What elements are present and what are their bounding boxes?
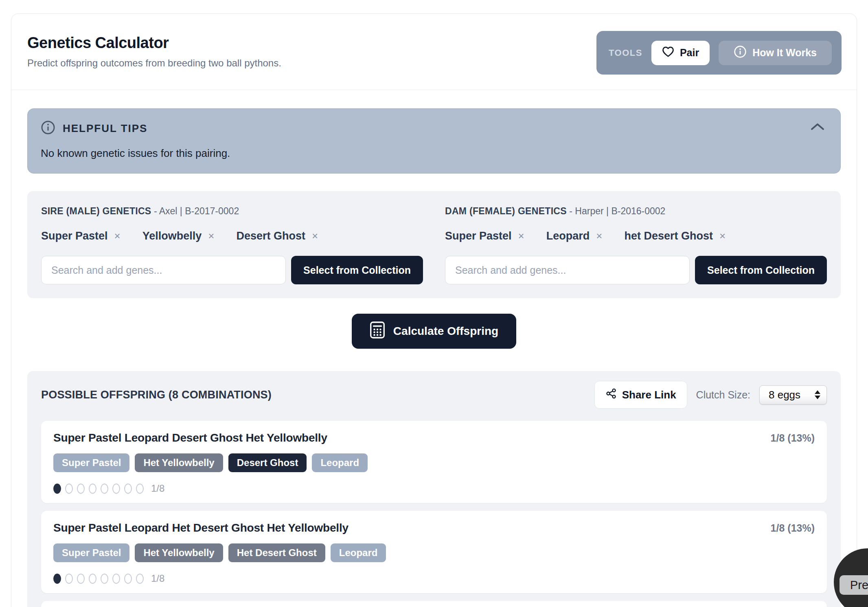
gene-tag-label: Desert Ghost xyxy=(237,230,306,242)
clutch-dot-empty xyxy=(65,574,73,584)
gene-tag: Super Pastel× xyxy=(41,230,121,242)
remove-gene-icon[interactable]: × xyxy=(312,231,318,241)
offspring-card: Super Pastel Leopard Desert Ghost Het Ye… xyxy=(41,421,827,503)
how-it-works-label: How It Works xyxy=(752,47,817,59)
trait-chip: Het Desert Ghost xyxy=(228,543,325,562)
card-body: HELPFUL TIPS No known genetic issues for… xyxy=(11,108,857,607)
clutch-fraction: 1/8 xyxy=(151,573,164,584)
trait-chip: Super Pastel xyxy=(53,543,129,562)
clutch-dot-filled xyxy=(53,484,61,494)
gene-tag: het Desert Ghost× xyxy=(624,230,726,242)
offspring-card-top: Super Pastel Leopard Desert Ghost Het Ye… xyxy=(53,431,815,444)
tips-title: HELPFUL TIPS xyxy=(63,122,147,135)
trait-chip-list: Super PastelHet YellowbellyDesert GhostL… xyxy=(53,453,815,472)
dam-controls: Select from Collection xyxy=(445,256,827,284)
trait-chip: Super Pastel xyxy=(53,453,129,472)
offspring-card: Super Pastel Leopard Het Desert Ghost He… xyxy=(41,511,827,593)
clutch-dot-empty xyxy=(136,484,144,494)
dam-gene-search-input[interactable] xyxy=(445,256,690,284)
dam-genetics-section: DAM (FEMALE) GENETICS - Harper | B-2016-… xyxy=(445,206,827,284)
calculate-row: Calculate Offspring xyxy=(27,314,841,349)
sire-gene-search-input[interactable] xyxy=(41,256,286,284)
clutch-fraction: 1/8 xyxy=(151,483,164,494)
clutch-size-value: 8 eggs xyxy=(769,389,800,401)
parent-genetics-panel: SIRE (MALE) GENETICS - Axel | B-2017-000… xyxy=(27,191,841,298)
trait-chip: Desert Ghost xyxy=(228,453,307,472)
gene-tag: Yellowbelly× xyxy=(142,230,215,242)
heart-icon xyxy=(662,46,674,60)
clutch-dot-row: 1/8 xyxy=(53,483,815,494)
pair-button[interactable]: Pair xyxy=(651,41,710,65)
gene-tag-label: Yellowbelly xyxy=(142,230,202,242)
trait-chip: Leopard xyxy=(312,453,368,472)
preview-tooltip: Preview xyxy=(840,575,868,595)
gene-tag-label: Leopard xyxy=(546,230,590,242)
genetics-calculator-card: Genetics Calculator Predict offspring ou… xyxy=(11,13,857,607)
how-it-works-button[interactable]: How It Works xyxy=(719,41,832,65)
gene-tag-label: het Desert Ghost xyxy=(624,230,713,242)
gene-tag: Super Pastel× xyxy=(445,230,524,242)
calculator-icon xyxy=(370,321,385,342)
dam-select-from-collection-button[interactable]: Select from Collection xyxy=(695,256,827,284)
select-stepper-arrows-icon xyxy=(815,390,820,399)
dam-genetics-label: DAM (FEMALE) GENETICS - Harper | B-2016-… xyxy=(445,206,827,217)
dam-gene-list: Super Pastel×Leopard×het Desert Ghost× xyxy=(445,229,827,243)
sire-controls: Select from Collection xyxy=(41,256,423,284)
clutch-dot-empty xyxy=(136,574,144,584)
offspring-odds: 1/8 (13%) xyxy=(771,432,815,444)
share-link-label: Share Link xyxy=(622,389,676,401)
sire-animal-id: - Axel | B-2017-0002 xyxy=(154,206,239,216)
info-icon xyxy=(734,45,747,61)
offspring-name: Super Pastel Leopard Het Desert Ghost He… xyxy=(53,521,349,534)
tips-header: HELPFUL TIPS xyxy=(41,120,826,136)
sire-select-from-collection-button[interactable]: Select from Collection xyxy=(291,256,423,284)
clutch-dot-empty xyxy=(101,484,108,494)
trait-chip: Leopard xyxy=(331,543,386,562)
tools-label: TOOLS xyxy=(609,48,642,58)
calculate-offspring-button[interactable]: Calculate Offspring xyxy=(352,314,516,349)
tips-body: No known genetic issues for this pairing… xyxy=(41,147,826,160)
results-tools: Share Link Clutch Size: 8 eggs xyxy=(594,381,827,409)
remove-gene-icon[interactable]: × xyxy=(719,231,726,241)
helpful-tips-banner: HELPFUL TIPS No known genetic issues for… xyxy=(27,108,841,174)
pair-button-label: Pair xyxy=(680,47,699,59)
header: Genetics Calculator Predict offspring ou… xyxy=(11,14,857,90)
clutch-dot-empty xyxy=(101,574,108,584)
info-icon xyxy=(41,120,55,136)
clutch-dot-empty xyxy=(112,484,120,494)
share-link-button[interactable]: Share Link xyxy=(594,381,687,409)
clutch-size-label: Clutch Size: xyxy=(696,389,750,401)
offspring-results-list: Super Pastel Leopard Desert Ghost Het Ye… xyxy=(41,421,827,607)
share-icon xyxy=(605,388,617,402)
remove-gene-icon[interactable]: × xyxy=(518,231,524,241)
gene-tag-label: Super Pastel xyxy=(445,230,512,242)
offspring-name: Super Pastel Leopard Desert Ghost Het Ye… xyxy=(53,431,327,444)
offspring-odds: 1/8 (13%) xyxy=(771,522,815,534)
possible-offspring-panel: POSSIBLE OFFSPRING (8 COMBINATIONS) Shar… xyxy=(27,371,841,607)
clutch-dot-empty xyxy=(89,574,96,584)
remove-gene-icon[interactable]: × xyxy=(114,231,121,241)
gene-tag: Leopard× xyxy=(546,230,603,242)
dam-animal-id: - Harper | B-2016-0002 xyxy=(569,206,665,216)
chevron-up-icon[interactable] xyxy=(809,122,826,133)
possible-offspring-title: POSSIBLE OFFSPRING (8 COMBINATIONS) xyxy=(41,389,272,401)
gene-tag-label: Super Pastel xyxy=(41,230,108,242)
offspring-card-top: Super Pastel Leopard Het Desert Ghost He… xyxy=(53,521,815,534)
clutch-dot-empty xyxy=(124,574,132,584)
clutch-dot-empty xyxy=(89,484,96,494)
clutch-dot-empty xyxy=(112,574,120,584)
sire-gene-list: Super Pastel×Yellowbelly×Desert Ghost× xyxy=(41,229,423,243)
clutch-dot-empty xyxy=(77,484,85,494)
trait-chip: Het Yellowbelly xyxy=(135,453,223,472)
tools-toolbar: TOOLS Pair How It Works xyxy=(596,31,842,75)
preview-tooltip-label: Preview xyxy=(850,578,868,592)
calculate-offspring-label: Calculate Offspring xyxy=(393,325,498,338)
sire-genetics-section: SIRE (MALE) GENETICS - Axel | B-2017-000… xyxy=(41,206,423,284)
clutch-dot-empty xyxy=(124,484,132,494)
clutch-size-select[interactable]: 8 eggs xyxy=(759,385,827,405)
clutch-dot-empty xyxy=(77,574,85,584)
sire-genetics-label: SIRE (MALE) GENETICS - Axel | B-2017-000… xyxy=(41,206,423,217)
remove-gene-icon[interactable]: × xyxy=(596,231,602,241)
clutch-dot-filled xyxy=(53,574,61,584)
remove-gene-icon[interactable]: × xyxy=(208,231,214,241)
